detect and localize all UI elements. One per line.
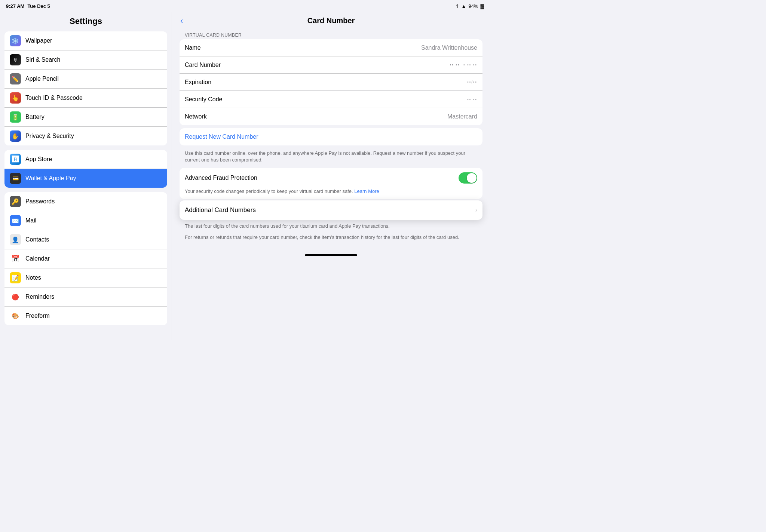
wallet-icon: 💳 — [10, 173, 21, 184]
privacy-icon: ✋ — [10, 130, 21, 142]
request-section: Request New Card Number — [180, 128, 482, 145]
sidebar-item-freeform[interactable]: 🎨 Freeform — [4, 307, 167, 325]
mail-icon: ✉️ — [10, 215, 21, 226]
expiration-value: ••/•• — [467, 80, 477, 84]
notes-icon: 📝 — [10, 272, 21, 283]
name-row: Name Sandra Writtenhouse — [180, 39, 482, 56]
sidebar-item-mail[interactable]: ✉️ Mail — [4, 211, 167, 230]
sidebar-item-notes[interactable]: 📝 Notes — [4, 268, 167, 287]
battery-label: Battery — [25, 114, 45, 120]
right-title: Card Number — [180, 16, 482, 25]
wallet-label: Wallet & Apple Pay — [25, 175, 76, 182]
sidebar-item-touchid[interactable]: 👆 Touch ID & Passcode — [4, 89, 167, 108]
chevron-right-icon: › — [475, 207, 477, 213]
home-indicator — [305, 254, 357, 256]
name-value: Sandra Writtenhouse — [421, 44, 477, 51]
mail-label: Mail — [25, 217, 36, 224]
appstore-icon: 🅰 — [10, 154, 21, 165]
back-button[interactable]: ‹ — [177, 15, 186, 27]
freeform-label: Freeform — [25, 313, 50, 319]
sidebar-item-calendar[interactable]: 📅 Calendar — [4, 249, 167, 268]
passwords-icon: 🔑 — [10, 196, 21, 207]
network-value: Mastercard — [447, 113, 477, 120]
network-label: Network — [185, 113, 207, 120]
fraud-toggle[interactable] — [459, 172, 477, 184]
sidebar: Settings ❄️ Wallpaper 🎙 Siri & Search ✏️… — [0, 12, 172, 340]
sidebar-item-battery[interactable]: 🔋 Battery — [4, 108, 167, 127]
touchid-icon: 👆 — [10, 92, 21, 104]
sidebar-item-wallpaper[interactable]: ❄️ Wallpaper — [4, 31, 167, 50]
sidebar-item-privacy[interactable]: ✋ Privacy & Security — [4, 127, 167, 145]
pencil-label: Apple Pencil — [25, 76, 59, 82]
notes-label: Notes — [25, 274, 41, 281]
card-number-value: •• •• • •• •• — [450, 63, 477, 67]
siri-label: Siri & Search — [25, 56, 60, 63]
freeform-icon: 🎨 — [10, 310, 21, 322]
additional-desc-2: For returns or refunds that require your… — [180, 233, 482, 244]
sidebar-item-pencil[interactable]: ✏️ Apple Pencil — [4, 70, 167, 89]
sidebar-section-1: ❄️ Wallpaper 🎙 Siri & Search ✏️ Apple Pe… — [4, 31, 167, 145]
status-bar: 9:27 AM Tue Dec 5 ⇑ ▲ 94% ▓ — [0, 0, 490, 12]
contacts-icon: 👤 — [10, 234, 21, 245]
sidebar-item-wallet[interactable]: 💳 Wallet & Apple Pay — [4, 169, 167, 188]
wallpaper-icon: ❄️ — [10, 35, 21, 46]
security-code-value: •• •• — [467, 97, 477, 101]
sidebar-item-passwords[interactable]: 🔑 Passwords — [4, 192, 167, 211]
pencil-icon: ✏️ — [10, 73, 21, 84]
passwords-label: Passwords — [25, 198, 55, 205]
additional-card-label: Additional Card Numbers — [185, 206, 256, 214]
battery-text: 94% — [468, 3, 478, 9]
right-header: ‹ Card Number — [172, 12, 490, 30]
appstore-label: App Store — [25, 156, 52, 163]
sidebar-item-appstore[interactable]: 🅰 App Store — [4, 150, 167, 169]
network-row: Network Mastercard — [180, 108, 482, 125]
touchid-label: Touch ID & Passcode — [25, 95, 83, 101]
calendar-label: Calendar — [25, 255, 50, 262]
request-link[interactable]: Request New Card Number — [185, 133, 258, 140]
right-panel: ‹ Card Number VIRTUAL CARD NUMBER Name S… — [172, 12, 490, 340]
section-label-virtual: VIRTUAL CARD NUMBER — [180, 30, 482, 39]
sidebar-section-2: 🅰 App Store 💳 Wallet & Apple Pay — [4, 150, 167, 188]
contacts-label: Contacts — [25, 236, 49, 243]
security-code-row: Security Code •• •• — [180, 91, 482, 108]
name-label: Name — [185, 44, 201, 51]
main-layout: Settings ❄️ Wallpaper 🎙 Siri & Search ✏️… — [0, 12, 490, 340]
location-icon: ⇑ — [455, 3, 459, 9]
sidebar-section-3: 🔑 Passwords ✉️ Mail 👤 Contacts 📅 Calenda… — [4, 192, 167, 325]
status-date: Tue Dec 5 — [27, 3, 50, 9]
siri-icon: 🎙 — [10, 54, 21, 65]
reminders-icon: 🔴 — [10, 291, 21, 302]
battery-icon: ▓ — [481, 3, 484, 9]
fraud-label: Advanced Fraud Protection — [185, 175, 257, 181]
calendar-icon: 📅 — [10, 253, 21, 264]
additional-desc-1: The last four digits of the card numbers… — [180, 221, 482, 233]
sidebar-title: Settings — [0, 12, 172, 29]
wifi-icon: ▲ — [462, 3, 466, 9]
wallpaper-label: Wallpaper — [25, 37, 52, 44]
fraud-row: Advanced Fraud Protection — [180, 168, 482, 188]
reminders-label: Reminders — [25, 293, 54, 300]
battery-icon-item: 🔋 — [10, 111, 21, 123]
content-area: VIRTUAL CARD NUMBER Name Sandra Writtenh… — [172, 30, 490, 251]
expiration-row: Expiration ••/•• — [180, 74, 482, 91]
sidebar-item-siri[interactable]: 🎙 Siri & Search — [4, 50, 167, 70]
request-description: Use this card number online, over the ph… — [180, 148, 482, 168]
expiration-label: Expiration — [185, 79, 211, 86]
additional-card-row[interactable]: Additional Card Numbers › — [180, 200, 482, 220]
fraud-section: Advanced Fraud Protection Your security … — [180, 168, 482, 199]
status-icons: ⇑ ▲ 94% ▓ — [455, 3, 484, 9]
card-info-section: Name Sandra Writtenhouse Card Number •• … — [180, 39, 482, 125]
request-row[interactable]: Request New Card Number — [180, 128, 482, 145]
security-code-label: Security Code — [185, 96, 223, 103]
learn-more-link[interactable]: Learn More — [354, 188, 379, 194]
privacy-label: Privacy & Security — [25, 133, 74, 139]
status-time: 9:27 AM — [6, 3, 24, 9]
card-number-row: Card Number •• •• • •• •• — [180, 56, 482, 74]
additional-card-section: Additional Card Numbers › — [180, 200, 482, 220]
sidebar-item-contacts[interactable]: 👤 Contacts — [4, 230, 167, 249]
card-number-label: Card Number — [185, 62, 221, 68]
sidebar-item-reminders[interactable]: 🔴 Reminders — [4, 287, 167, 307]
fraud-description: Your security code changes periodically … — [180, 188, 482, 199]
